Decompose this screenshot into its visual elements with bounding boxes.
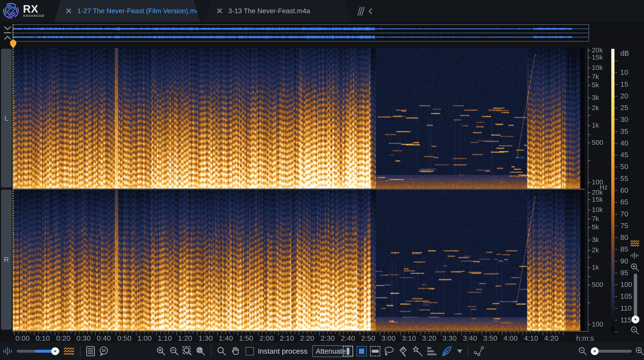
time-tick-label: 3:00 [381, 334, 396, 342]
freq-tick [588, 227, 590, 228]
db-tick-label: 55 [620, 175, 628, 183]
horizontal-zoom-slider[interactable] [591, 350, 632, 353]
overview-waveform-left[interactable] [13, 25, 588, 33]
playhead-pin[interactable] [10, 40, 17, 49]
time-tick [222, 332, 222, 334]
db-tick-label: 50 [620, 163, 628, 171]
channel-strip-right[interactable]: R [1, 190, 12, 330]
magic-wand-icon[interactable] [412, 346, 423, 356]
freq-tick-label: 20k [592, 189, 603, 196]
time-selection-tool[interactable] [343, 346, 353, 356]
feather-icon[interactable] [441, 345, 452, 357]
time-tick [506, 332, 506, 334]
comment-icon[interactable] [99, 346, 109, 356]
time-tick-label: 3:20 [422, 334, 436, 342]
spectrogram-view-icon[interactable] [64, 347, 75, 355]
blend-slider-knob[interactable] [51, 347, 59, 355]
instant-process-label: Instant process [258, 347, 307, 355]
time-tick [120, 332, 120, 334]
time-tick-label: 0:20 [56, 334, 70, 342]
db-tick [615, 167, 618, 167]
db-tick-label: 30 [620, 116, 628, 124]
levels-icon[interactable] [427, 346, 438, 356]
db-ruler[interactable]: 1015202530354045505560657075808590951001… [615, 49, 642, 334]
waveform-spectrogram-blend-slider[interactable] [16, 350, 60, 353]
time-tick [380, 332, 380, 335]
channel-strip-left[interactable]: L [1, 49, 12, 188]
frequency-ruler-right[interactable]: 20k15k10k7k5k3k2k1k500100 [585, 190, 610, 331]
time-ruler[interactable]: h:m:s 0:000:100:200:300:400:501:001:101:… [13, 331, 589, 342]
vertical-zoom-in-button[interactable] [630, 263, 644, 272]
zoom-in-icon[interactable] [156, 346, 166, 356]
time-tick [75, 332, 76, 335]
time-frequency-selection-tool[interactable] [356, 346, 367, 356]
vertical-zoom-out-button[interactable] [630, 326, 644, 335]
freq-tick [588, 85, 590, 86]
spectrogram-color-scale[interactable] [611, 49, 614, 332]
time-tick [376, 332, 376, 334]
vertical-zoom-slider[interactable] [634, 273, 637, 324]
db-tick-label: 85 [620, 245, 628, 253]
frequency-ruler-left[interactable]: Hz 20k15k10k7k5k3k2k1k500100 [585, 48, 610, 189]
dropdown-triangle-icon[interactable] [457, 349, 462, 353]
time-tick [99, 332, 100, 334]
overview-waveform-right[interactable] [13, 33, 588, 41]
instant-process-checkbox[interactable] [246, 347, 254, 355]
time-tick [67, 332, 68, 334]
hand-icon[interactable] [230, 346, 240, 356]
tab-bar: RX ADVANCED ✕ 1-27 The Never-Feast (Film… [0, 0, 644, 22]
db-tick-label: 40 [620, 139, 628, 147]
time-tick [486, 332, 486, 334]
spectrogram-right-channel[interactable] [13, 190, 585, 331]
db-tick [615, 320, 618, 320]
vertical-zoom-slider-knob[interactable] [632, 315, 639, 323]
db-tick-label: 45 [620, 151, 628, 159]
db-tick [615, 296, 618, 297]
time-tick-label: 1:00 [138, 334, 152, 342]
zoom-fit-icon[interactable] [196, 346, 206, 356]
waveform-view-icon[interactable] [3, 347, 13, 355]
overview-collapse-control[interactable] [4, 26, 12, 41]
db-tick-label: 25 [620, 104, 628, 112]
document-list-icon[interactable] [86, 346, 95, 356]
magnifier-icon[interactable] [217, 346, 226, 356]
frequency-selection-tool[interactable] [370, 346, 380, 356]
waveform-view-button[interactable] [630, 252, 644, 259]
spectrogram-view-button[interactable] [630, 240, 644, 247]
db-tick-label: 75 [620, 222, 628, 230]
db-tick [615, 179, 618, 179]
time-tick-label: 2:50 [361, 334, 375, 342]
time-tick [50, 332, 51, 334]
brush-icon[interactable] [398, 346, 409, 356]
lasso-icon[interactable] [384, 346, 394, 356]
zoom-selection-icon[interactable] [182, 346, 192, 356]
db-tick [615, 214, 618, 214]
time-tick [494, 332, 494, 334]
nodes-icon[interactable] [474, 346, 484, 356]
close-icon[interactable]: ✕ [66, 6, 72, 16]
tab-file-2[interactable]: ✕ 3-13 The Never-Feast.m4a [205, 0, 356, 22]
time-tick [209, 332, 210, 334]
db-tick [615, 249, 618, 250]
playhead-line[interactable] [13, 25, 14, 331]
time-tick [534, 332, 535, 334]
time-tick [270, 332, 271, 334]
horizontal-zoom-out-icon[interactable] [578, 346, 587, 356]
time-tick-label: 2:00 [260, 334, 274, 342]
db-tick-label: 60 [620, 186, 628, 194]
tab-stack-icon[interactable] [357, 6, 366, 16]
zoom-out-icon[interactable] [170, 346, 179, 356]
waveform-overview[interactable] [13, 25, 589, 42]
time-tick [197, 332, 198, 335]
db-tick [615, 131, 618, 132]
time-tick [18, 332, 18, 334]
time-tick [144, 332, 144, 334]
horizontal-zoom-in-icon[interactable] [635, 346, 644, 356]
spectrogram-left-channel[interactable] [13, 48, 585, 189]
horizontal-zoom-slider-knob[interactable] [591, 347, 598, 355]
tab-file-1[interactable]: ✕ 1-27 The Never-Feast (Film Version).m4… [54, 0, 205, 22]
db-tick [615, 261, 618, 262]
close-icon[interactable]: ✕ [216, 6, 223, 16]
db-tick [615, 61, 618, 61]
chevron-left-icon[interactable] [368, 8, 372, 15]
